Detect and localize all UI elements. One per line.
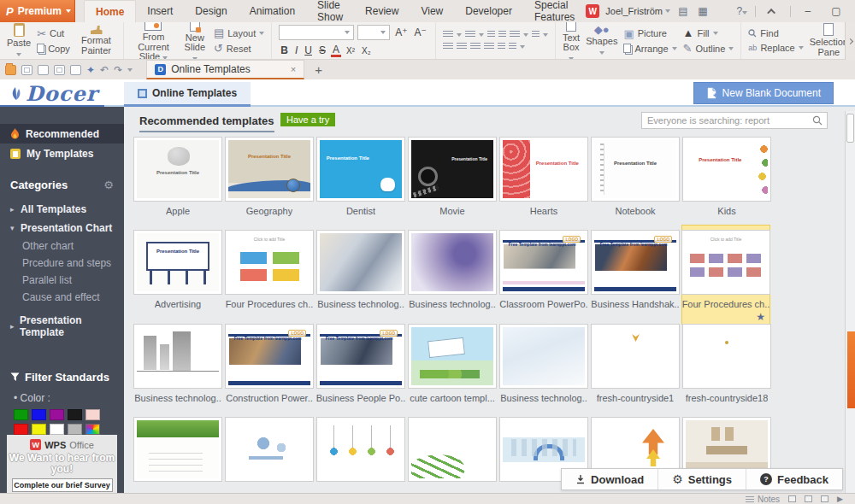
side-promo-strip[interactable] bbox=[847, 331, 855, 408]
color-swatch[interactable] bbox=[32, 424, 46, 435]
category-all-templates[interactable]: ▸All Templates bbox=[0, 200, 124, 219]
template-card[interactable] bbox=[225, 413, 314, 486]
align-left-icon[interactable] bbox=[443, 43, 453, 50]
minimize-button[interactable]: – bbox=[797, 2, 819, 21]
color-swatch[interactable] bbox=[50, 424, 64, 435]
color-swatch[interactable] bbox=[86, 424, 100, 435]
cut-button[interactable]: ✂Cut bbox=[37, 28, 70, 39]
wps-account-icon[interactable]: W bbox=[586, 4, 599, 18]
color-swatch[interactable] bbox=[32, 409, 46, 420]
online-templates-tab[interactable]: Online Templates bbox=[124, 82, 251, 107]
subcategory-cause-effect[interactable]: Cause and effect bbox=[0, 289, 124, 306]
superscript-button[interactable]: X² bbox=[345, 46, 357, 56]
template-card[interactable]: Presentation TitleKids bbox=[682, 132, 771, 216]
text-box-button[interactable]: Text Box bbox=[563, 22, 580, 60]
template-card[interactable]: Presentation TitleAdvertising bbox=[133, 226, 222, 310]
template-card[interactable]: Business technolog.. bbox=[408, 226, 497, 310]
underline-button[interactable]: U bbox=[303, 44, 314, 56]
tab-view[interactable]: View bbox=[410, 0, 454, 22]
user-menu[interactable]: Joel_Friström bbox=[605, 6, 670, 16]
template-card[interactable]: Presentation TitleDentist bbox=[316, 132, 405, 216]
color-swatch[interactable] bbox=[68, 424, 82, 435]
ad-survey-button[interactable]: Complete our brief Survey bbox=[12, 478, 113, 492]
gear-icon[interactable]: ⚙ bbox=[103, 179, 114, 191]
normal-view-icon[interactable] bbox=[788, 495, 796, 502]
template-card[interactable]: Free Template from learnppt.comLOGOClass… bbox=[499, 226, 588, 310]
copy-button[interactable]: Copy bbox=[37, 44, 70, 54]
color-swatch[interactable] bbox=[68, 409, 82, 420]
save-icon[interactable] bbox=[21, 65, 32, 75]
sidebar-item-my-templates[interactable]: My Templates bbox=[0, 144, 124, 163]
template-card[interactable]: Business technolog.. bbox=[499, 319, 588, 403]
reading-view-icon[interactable] bbox=[821, 495, 828, 502]
align-center-icon[interactable] bbox=[457, 43, 467, 50]
template-card[interactable]: Presentation TitleNotebook bbox=[591, 132, 680, 216]
increase-indent-icon[interactable] bbox=[498, 31, 506, 38]
template-card[interactable]: fresh-countryside1 bbox=[591, 319, 680, 403]
color-swatch[interactable] bbox=[14, 424, 28, 435]
fill-button[interactable]: ▲Fill bbox=[683, 27, 734, 38]
help-menu[interactable]: ? bbox=[735, 5, 749, 17]
from-current-slide-button[interactable]: From Current Slide bbox=[131, 22, 176, 60]
vertical-scrollbar[interactable] bbox=[845, 111, 855, 493]
color-swatch[interactable] bbox=[50, 409, 64, 420]
bullets-icon[interactable] bbox=[443, 31, 453, 38]
decrease-indent-icon[interactable] bbox=[487, 31, 495, 38]
italic-button[interactable]: I bbox=[293, 44, 299, 56]
undo-icon[interactable]: ↶ bbox=[100, 65, 109, 75]
columns-icon[interactable] bbox=[509, 43, 516, 50]
new-blank-document-button[interactable]: New Blank Document bbox=[693, 82, 834, 104]
have-a-try-badge[interactable]: Have a try bbox=[280, 113, 335, 126]
font-color-button[interactable]: A bbox=[331, 44, 341, 57]
template-card[interactable] bbox=[408, 413, 497, 486]
template-card[interactable]: Business technolog.. bbox=[133, 319, 222, 403]
subscript-button[interactable]: X₂ bbox=[360, 46, 373, 56]
justify-icon[interactable] bbox=[484, 43, 494, 50]
subcategory-procedure-steps[interactable]: Prcedure and steps bbox=[0, 255, 124, 272]
template-card[interactable]: Presentation TitleGeography bbox=[225, 132, 314, 216]
selection-pane-button[interactable]: Selection Pane bbox=[810, 23, 848, 57]
template-card[interactable]: Presentation TitleApple bbox=[133, 132, 222, 216]
survey-ad[interactable]: W WPSOffice We Want to hear from you! Co… bbox=[7, 435, 117, 493]
notes-button[interactable]: Notes bbox=[746, 495, 780, 504]
print-icon[interactable] bbox=[54, 65, 65, 75]
template-card[interactable]: Click to add TitleFour Procedures ch.. bbox=[225, 226, 314, 310]
tab-special-features[interactable]: Special Features bbox=[523, 0, 586, 22]
sidebar-item-recommended[interactable]: Recommended bbox=[0, 124, 124, 144]
template-card[interactable]: Presentation TitleHearts bbox=[499, 132, 588, 216]
feedback-button[interactable]: ? Feedback bbox=[746, 469, 842, 489]
download-button[interactable]: Download bbox=[562, 469, 657, 489]
subcategory-parallel-list[interactable]: Parallel list bbox=[0, 272, 124, 289]
template-card[interactable]: Click to add TitleFour Procedures ch..★ bbox=[681, 225, 770, 325]
template-card[interactable]: Presentation TitleMovie bbox=[408, 132, 497, 216]
color-swatch[interactable] bbox=[14, 409, 28, 420]
font-family-combo[interactable] bbox=[279, 25, 354, 40]
search-input[interactable] bbox=[642, 115, 812, 126]
subcategory-other-chart[interactable]: Other chart bbox=[0, 237, 124, 255]
maximize-button[interactable]: ▢ bbox=[825, 2, 847, 21]
category-presentation-template[interactable]: ▸Presentation Template bbox=[0, 311, 124, 342]
text-direction-icon[interactable] bbox=[510, 31, 520, 38]
tab-design[interactable]: Design bbox=[184, 0, 238, 22]
redo-icon[interactable]: ↷ bbox=[114, 65, 122, 75]
replace-button[interactable]: abReplace bbox=[748, 43, 803, 53]
layout-button[interactable]: ▤Layout bbox=[214, 27, 264, 38]
template-card[interactable] bbox=[133, 413, 222, 486]
tab-insert[interactable]: Insert bbox=[136, 0, 184, 22]
ribbon-expand-strip[interactable] bbox=[845, 22, 855, 60]
numbering-icon[interactable] bbox=[465, 31, 475, 38]
open-folder-icon[interactable] bbox=[5, 65, 16, 75]
template-card[interactable]: Free Template from learnppt.comLOGOBusin… bbox=[591, 226, 680, 310]
paste-button[interactable]: Paste bbox=[7, 23, 31, 58]
distribute-icon[interactable] bbox=[498, 43, 505, 50]
settings-button[interactable]: ⚙ Settings bbox=[657, 469, 746, 489]
tab-animation[interactable]: Animation bbox=[239, 0, 306, 22]
bold-button[interactable]: B bbox=[279, 44, 290, 56]
premium-menu-button[interactable]: P Premium bbox=[0, 0, 75, 22]
print-preview-icon[interactable] bbox=[70, 65, 81, 75]
template-card[interactable]: Business technolog.. bbox=[316, 226, 405, 310]
new-slide-button[interactable]: New Slide bbox=[182, 22, 208, 60]
shapes-button[interactable]: ◆● Shapes bbox=[586, 24, 617, 56]
tab-developer[interactable]: Developer bbox=[454, 0, 523, 22]
template-card[interactable] bbox=[316, 413, 405, 486]
